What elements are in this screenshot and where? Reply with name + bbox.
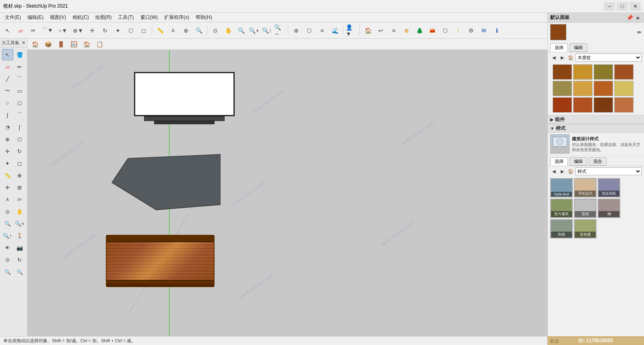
- swatch-5[interactable]: [553, 81, 572, 96]
- style-thumb-2[interactable]: 手绘边式: [574, 178, 597, 197]
- orbit-btn[interactable]: ⊙: [209, 25, 221, 37]
- canvas[interactable]: www.znzmo.com www.znzmo.com www.znzmo.co…: [27, 50, 547, 336]
- style-forward-btn[interactable]: ▶: [559, 168, 566, 175]
- bezier-lt-btn[interactable]: ∫: [14, 121, 25, 133]
- roof-btn[interactable]: 🏠: [80, 38, 93, 50]
- left-toolbar-close-icon[interactable]: ✕: [22, 40, 25, 45]
- ext11-btn[interactable]: ℹ: [491, 25, 503, 37]
- style-thumb-6[interactable]: 搁: [598, 199, 620, 218]
- swatch-7[interactable]: [594, 81, 613, 96]
- swatch-9[interactable]: [553, 97, 572, 113]
- offset-lt-btn[interactable]: ◻: [14, 158, 25, 169]
- arc-lt-btn[interactable]: ⌒: [14, 73, 25, 84]
- shape-btn[interactable]: ○▼: [56, 25, 70, 37]
- swatch-4[interactable]: [614, 64, 634, 80]
- swatch-12[interactable]: [614, 97, 634, 113]
- panel-expand-btn[interactable]: ▸: [634, 14, 642, 21]
- swatch-8[interactable]: [614, 81, 634, 96]
- ext9-btn[interactable]: ⚙: [465, 25, 477, 37]
- axes-lt-btn[interactable]: ✛: [2, 182, 13, 193]
- text-btn[interactable]: A: [167, 25, 179, 37]
- color-swatch-preview[interactable]: [550, 24, 566, 40]
- extra1-lt-btn[interactable]: ⊙: [2, 254, 13, 265]
- menu-window[interactable]: 窗口(W): [137, 13, 161, 22]
- ext3-btn[interactable]: ≡: [388, 25, 400, 37]
- tab-edit[interactable]: 编辑: [570, 43, 587, 52]
- swatch-3[interactable]: [594, 64, 613, 80]
- window-btn[interactable]: 🪟: [68, 38, 80, 50]
- style-dropdown[interactable]: 样式: [576, 167, 642, 175]
- menu-view[interactable]: 视图(V): [47, 13, 69, 22]
- 3dtext-lt-btn[interactable]: 3A: [14, 194, 25, 205]
- select-tool-btn[interactable]: ↖: [2, 25, 14, 37]
- home-building-btn[interactable]: 🏠: [29, 38, 41, 50]
- maximize-button[interactable]: □: [617, 2, 628, 11]
- tab-select[interactable]: 选择: [550, 43, 568, 52]
- ext7-btn[interactable]: ⬡: [439, 25, 451, 37]
- edit-pencil-icon[interactable]: ✏: [637, 29, 642, 35]
- ext4-btn[interactable]: ⊕: [400, 25, 413, 37]
- swatch-6[interactable]: [573, 81, 592, 96]
- style-tab-select[interactable]: 选择: [550, 157, 568, 166]
- panel-pin-btn[interactable]: 📌: [626, 14, 633, 21]
- walk-lt-btn[interactable]: 🚶: [14, 230, 25, 241]
- ext1-btn[interactable]: 🏠: [362, 25, 374, 37]
- zoom-prev-btn[interactable]: 🔍↔: [274, 25, 286, 37]
- component-btn[interactable]: 📦: [42, 38, 54, 50]
- push-btn[interactable]: ⊕▼: [71, 25, 85, 37]
- forward-arrow-btn[interactable]: ▶: [559, 54, 566, 61]
- eraser-lt-btn[interactable]: ▱: [2, 61, 13, 72]
- door-btn[interactable]: 🚪: [55, 38, 67, 50]
- ext6-btn[interactable]: 🏔: [426, 25, 438, 37]
- zoom-btn[interactable]: 🔍: [235, 25, 247, 37]
- protractor-lt-btn[interactable]: ⊕: [14, 170, 25, 181]
- layer-btn[interactable]: ≡: [316, 25, 328, 37]
- pencil-lt-btn[interactable]: ✏: [14, 61, 25, 72]
- circle-lt-btn[interactable]: ○: [2, 97, 13, 109]
- components-section-header[interactable]: ▶ 组件: [548, 115, 644, 124]
- follow-me-btn[interactable]: ⬡: [125, 25, 137, 37]
- swatch-2[interactable]: [573, 64, 592, 80]
- menu-help[interactable]: 帮助(H): [192, 13, 215, 22]
- ext8-btn[interactable]: ↑: [452, 25, 464, 37]
- extra2-lt-btn[interactable]: ↻: [14, 254, 25, 265]
- text-lt-btn[interactable]: A: [2, 194, 13, 205]
- zoom-in-lt-btn[interactable]: 🔍: [2, 266, 13, 277]
- move-btn[interactable]: ✛: [86, 25, 98, 37]
- zoom-window-btn[interactable]: 🔍+: [248, 25, 260, 37]
- push-lt-btn[interactable]: ⊕: [2, 133, 13, 145]
- orbit-lt-btn[interactable]: ⊙: [2, 206, 13, 217]
- style-thumb-7[interactable]: 风画: [550, 219, 573, 238]
- pan-lt-btn[interactable]: ✋: [14, 206, 25, 217]
- eraser-btn[interactable]: ▱: [14, 25, 27, 37]
- scale-lt-btn[interactable]: ✦: [2, 158, 13, 169]
- scale-btn[interactable]: ✦: [112, 25, 124, 37]
- pan-btn[interactable]: ✋: [222, 25, 234, 37]
- arc-btn[interactable]: ⌒▼: [40, 25, 55, 37]
- ext5-btn[interactable]: 🌲: [413, 25, 425, 37]
- style-thumb-3[interactable]: 混合风机: [598, 178, 620, 197]
- line-lt-btn[interactable]: ╱: [2, 73, 13, 84]
- rotate-btn[interactable]: ↻: [99, 25, 111, 37]
- paint-lt-btn[interactable]: 🪣: [14, 49, 25, 60]
- style-thumb-4[interactable]: 照片建筑: [550, 199, 573, 218]
- freehand-lt-btn[interactable]: 〜: [2, 85, 13, 97]
- zoom-out-lt-btn[interactable]: 🔍: [14, 266, 25, 277]
- look-lt-btn[interactable]: 👁: [2, 242, 13, 253]
- layer2-btn[interactable]: 🌊: [329, 25, 341, 37]
- follow-lt-btn[interactable]: ⬡: [14, 133, 25, 145]
- back-arrow-btn[interactable]: ◀: [550, 54, 557, 61]
- polygon-lt-btn[interactable]: ⬡: [14, 97, 25, 109]
- style-thumb-8[interactable]: 彩色熏: [574, 219, 597, 238]
- curve-lt-btn[interactable]: ∫: [2, 109, 13, 121]
- home-btn[interactable]: 🏠: [567, 54, 574, 61]
- close-button[interactable]: ✕: [630, 2, 641, 11]
- axes-btn[interactable]: ⊕: [180, 25, 192, 37]
- menu-file[interactable]: 文件(E): [2, 13, 24, 22]
- menu-tools[interactable]: 工具(T): [115, 13, 137, 22]
- minimize-button[interactable]: ─: [604, 2, 615, 11]
- menu-edit[interactable]: 编辑(E): [24, 13, 47, 22]
- tape-btn[interactable]: 📏: [154, 25, 166, 37]
- swatch-11[interactable]: [594, 97, 613, 113]
- zoom-lt-btn[interactable]: 🔍: [2, 218, 13, 229]
